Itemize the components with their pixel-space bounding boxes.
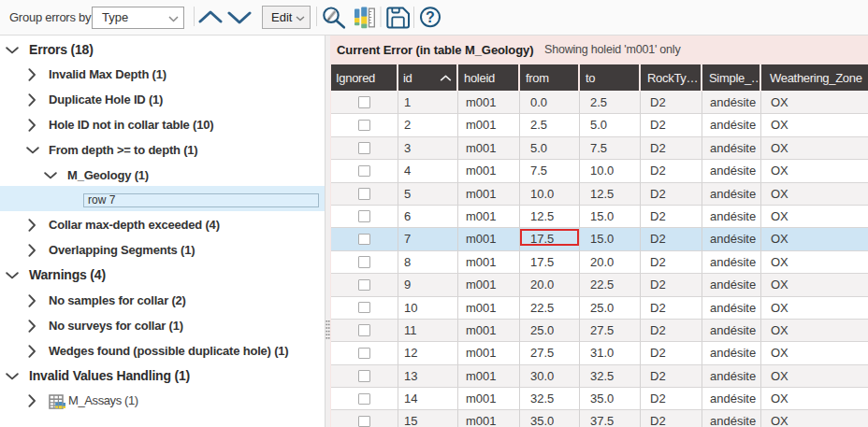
svg-text:?: ? — [426, 9, 435, 25]
